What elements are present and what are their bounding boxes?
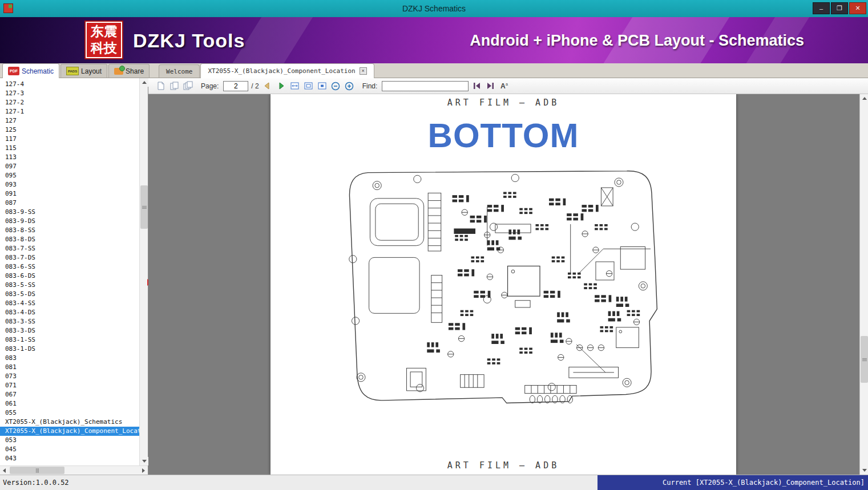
sidebar-item[interactable]: 083-7-SS bbox=[0, 244, 139, 253]
sidebar-item-label: 083-5-DS bbox=[5, 290, 35, 298]
scroll-right-icon[interactable] bbox=[139, 466, 148, 475]
fit-width-icon[interactable] bbox=[289, 80, 300, 91]
sidebar-item[interactable]: 081 bbox=[0, 363, 139, 372]
doc-tab-component-location[interactable]: XT2055-X_(Blackjack)_Component_Location … bbox=[200, 63, 374, 78]
sidebar-item[interactable]: 125 bbox=[0, 125, 139, 135]
sidebar-item[interactable]: 127-4 bbox=[0, 80, 139, 89]
sidebar-item[interactable]: 127-2 bbox=[0, 98, 139, 107]
sidebar-item-label: 087 bbox=[5, 199, 17, 206]
minimize-button[interactable]: – bbox=[813, 2, 830, 14]
tab-share[interactable]: Share bbox=[108, 64, 150, 78]
tab-schematic[interactable]: PDF Schematic bbox=[2, 63, 59, 78]
sidebar-item[interactable]: 087 bbox=[0, 199, 139, 208]
sidebar-item[interactable]: 127-1 bbox=[0, 107, 139, 116]
single-page-icon[interactable] bbox=[155, 80, 166, 91]
sidebar-item[interactable]: 127 bbox=[0, 116, 139, 125]
sidebar-item-label: 083-4-SS bbox=[5, 299, 35, 307]
facing-pages-icon[interactable] bbox=[169, 80, 180, 91]
sidebar-item[interactable]: XT2055-X_(Blackjack)_Schematics bbox=[0, 418, 139, 427]
scroll-up-icon[interactable] bbox=[140, 78, 148, 87]
tab-layout[interactable]: PADS Layout bbox=[60, 64, 107, 78]
share-icon bbox=[114, 68, 123, 75]
sidebar-item[interactable]: 083-5-DS bbox=[0, 290, 139, 299]
sidebar-scroll-thumb[interactable] bbox=[140, 185, 148, 229]
tab-bar: PDF Schematic PADS Layout Share Welcome … bbox=[0, 63, 868, 78]
sidebar-item[interactable]: 061 bbox=[0, 399, 139, 408]
sidebar-item[interactable]: 097 bbox=[0, 162, 139, 171]
sidebar-item[interactable]: 113 bbox=[0, 153, 139, 162]
sidebar-item[interactable]: XT2055-X_(Blackjack)_Component_Locatio bbox=[0, 427, 139, 436]
sidebar-hscroll-thumb[interactable] bbox=[10, 467, 64, 474]
maximize-button[interactable]: ❐ bbox=[831, 2, 848, 14]
window-controls: – ❐ ✕ bbox=[812, 2, 866, 14]
page-number-input[interactable] bbox=[223, 81, 248, 91]
sidebar-item[interactable]: 095 bbox=[0, 171, 139, 180]
sidebar-item[interactable]: 053 bbox=[0, 436, 139, 445]
svg-text:A: A bbox=[500, 82, 506, 90]
sidebar-item[interactable]: 115 bbox=[0, 144, 139, 153]
tab-schematic-label: Schematic bbox=[22, 67, 54, 75]
sidebar-item-label: 073 bbox=[5, 372, 17, 380]
sidebar-item[interactable]: 083-9-SS bbox=[0, 208, 139, 217]
sidebar-item[interactable]: 117 bbox=[0, 135, 139, 144]
sidebar-item[interactable]: 083-3-SS bbox=[0, 317, 139, 326]
scroll-down-icon[interactable] bbox=[860, 466, 868, 475]
sidebar-item-label: XT2055-X_(Blackjack)_Schematics bbox=[5, 418, 122, 426]
sidebar-item[interactable]: 083-5-SS bbox=[0, 281, 139, 290]
text-size-icon[interactable]: Aa bbox=[499, 80, 510, 91]
sidebar-item[interactable]: 083-1-DS bbox=[0, 345, 139, 354]
sidebar-item[interactable]: 083 bbox=[0, 354, 139, 363]
document-viewport[interactable]: ART FILM – ADB BOTTOM bbox=[148, 94, 868, 475]
actual-size-icon[interactable] bbox=[317, 80, 328, 91]
sidebar-item-label: 083-3-SS bbox=[5, 318, 35, 325]
find-input[interactable] bbox=[382, 81, 469, 91]
close-button[interactable]: ✕ bbox=[849, 2, 866, 14]
sidebar-item-label: 127 bbox=[5, 117, 17, 124]
zoom-in-icon[interactable] bbox=[344, 80, 355, 91]
pdf-icon: PDF bbox=[8, 67, 19, 75]
document-vertical-scrollbar[interactable] bbox=[859, 94, 868, 475]
sidebar-item[interactable]: 083-8-DS bbox=[0, 235, 139, 244]
sidebar-item[interactable]: 043 bbox=[0, 454, 139, 463]
tab-close-icon[interactable]: × bbox=[360, 67, 367, 75]
sidebar-item-label: 083-1-DS bbox=[5, 345, 35, 353]
banner-subtitle: Android + iPhone & PCB Layout - Schemati… bbox=[470, 32, 804, 50]
sidebar-item[interactable]: 127-3 bbox=[0, 89, 139, 98]
zoom-out-icon[interactable] bbox=[330, 80, 341, 91]
sidebar-item[interactable]: 073 bbox=[0, 372, 139, 381]
sidebar-item[interactable]: 045 bbox=[0, 445, 139, 454]
sidebar-item-label: XT2055-X_(Blackjack)_Component_Locatio bbox=[5, 427, 139, 435]
sidebar-item[interactable]: 083-8-SS bbox=[0, 226, 139, 235]
fit-page-icon[interactable] bbox=[303, 80, 314, 91]
scroll-down-icon[interactable] bbox=[140, 457, 148, 465]
pads-icon: PADS bbox=[66, 67, 79, 75]
next-page-icon[interactable] bbox=[276, 80, 286, 91]
sidebar-item-label: 083-3-DS bbox=[5, 327, 35, 334]
sidebar-item[interactable]: 091 bbox=[0, 189, 139, 199]
sidebar-item-label: 083-9-DS bbox=[5, 217, 35, 225]
document-scroll-thumb[interactable] bbox=[861, 336, 868, 383]
doc-tab-welcome[interactable]: Welcome bbox=[159, 64, 200, 78]
page-title: BOTTOM bbox=[271, 116, 736, 155]
sidebar-item[interactable]: 083-6-DS bbox=[0, 272, 139, 281]
sidebar-item[interactable]: 093 bbox=[0, 180, 139, 189]
find-previous-icon[interactable] bbox=[471, 80, 482, 91]
find-next-icon[interactable] bbox=[485, 80, 496, 91]
sidebar-item[interactable]: 055 bbox=[0, 408, 139, 418]
sidebar-item[interactable]: 083-3-DS bbox=[0, 326, 139, 335]
sidebar-item[interactable]: 071 bbox=[0, 381, 139, 390]
sidebar-item[interactable]: 083-6-SS bbox=[0, 262, 139, 272]
sidebar-item[interactable]: 083-4-DS bbox=[0, 308, 139, 317]
sidebar-item[interactable]: 083-7-DS bbox=[0, 253, 139, 262]
sidebar-horizontal-scrollbar[interactable] bbox=[0, 465, 148, 475]
sidebar-item[interactable]: 083-4-SS bbox=[0, 299, 139, 308]
sidebar-item-label: 083-8-SS bbox=[5, 226, 35, 234]
sidebar-item[interactable]: 067 bbox=[0, 390, 139, 399]
sidebar-item[interactable]: 083-9-DS bbox=[0, 217, 139, 226]
sidebar-item[interactable]: 083-1-SS bbox=[0, 335, 139, 345]
previous-page-icon[interactable] bbox=[262, 80, 273, 91]
sidebar-vertical-scrollbar[interactable] bbox=[139, 78, 148, 465]
scroll-left-icon[interactable] bbox=[0, 466, 9, 475]
scroll-up-icon[interactable] bbox=[860, 94, 868, 103]
multi-page-icon[interactable] bbox=[183, 80, 193, 91]
